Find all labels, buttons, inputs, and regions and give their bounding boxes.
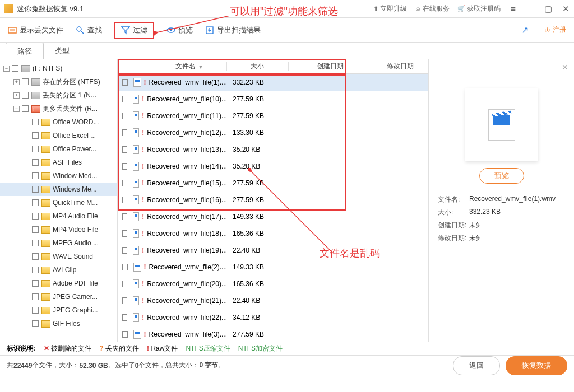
tree-item[interactable]: Office WORD... bbox=[0, 115, 117, 129]
recover-button[interactable]: 恢复数据 bbox=[506, 356, 567, 375]
toolbar: 显示丢失文件 查找 过滤 预览 导出扫描结果 ↗ ♔注册 bbox=[0, 18, 574, 43]
tree-item[interactable]: Office Excel ... bbox=[0, 129, 117, 142]
preview-panel: ✕ 预览 文件名:Recovered_wmv_file(1).wmv 大小:33… bbox=[428, 59, 574, 342]
preview-button[interactable]: 预览 bbox=[166, 25, 193, 35]
file-row[interactable]: !Recovered_wmv_file(16)...277.59 KB bbox=[118, 192, 428, 208]
filter-button[interactable]: 过滤 bbox=[114, 22, 154, 39]
tree-item[interactable]: QuickTime M... bbox=[0, 196, 117, 209]
preview-thumbnail bbox=[465, 88, 538, 161]
share-icon[interactable]: ↗ bbox=[521, 25, 529, 35]
file-list-header: 文件名▾ 大小 创建日期 修改日期 bbox=[118, 59, 428, 74]
svg-point-6 bbox=[170, 29, 172, 31]
tree-item[interactable]: Office Power... bbox=[0, 142, 117, 156]
tree-item[interactable]: MP4 Audio File bbox=[0, 209, 117, 223]
legend-bar: 标识说明: ✕ 被删除的文件 ? 丢失的文件 ! Raw文件 NTFS压缩文件 … bbox=[0, 342, 574, 355]
back-button[interactable]: 返回 bbox=[453, 356, 500, 375]
tab-type[interactable]: 类型 bbox=[44, 43, 81, 59]
minimize-button[interactable]: — bbox=[526, 4, 534, 14]
tabs: 路径 类型 bbox=[0, 43, 574, 59]
tree-item[interactable]: AVI Clip bbox=[0, 263, 117, 277]
tree-item[interactable]: MPEG Audio ... bbox=[0, 236, 117, 250]
tree-item[interactable]: JPEG Camer... bbox=[0, 290, 117, 304]
title-links: ⬆立即升级 ☺在线服务 🛒获取注册码 bbox=[373, 4, 501, 13]
preview-action-button[interactable]: 预览 bbox=[479, 168, 524, 184]
file-row[interactable]: !Recovered_wmv_file(17)...149.33 KB bbox=[118, 208, 428, 225]
file-row[interactable]: !Recovered_wmv_file(13)...35.20 KB bbox=[118, 141, 428, 158]
svg-line-4 bbox=[81, 31, 84, 34]
file-row[interactable]: !Recovered_wmv_file(19)...22.40 KB bbox=[118, 242, 428, 259]
file-row[interactable]: !Recovered_wmv_file(18)...165.36 KB bbox=[118, 225, 428, 242]
file-list: 文件名▾ 大小 创建日期 修改日期 !Recovered_wmv_file(1)… bbox=[118, 59, 428, 342]
col-mdate[interactable]: 修改日期 bbox=[372, 62, 428, 71]
tree-item[interactable]: Windows Me... bbox=[0, 183, 117, 196]
tree-item[interactable]: JPEG Graphi... bbox=[0, 304, 117, 317]
svg-rect-0 bbox=[8, 27, 16, 33]
file-row[interactable]: !Recovered_wmv_file(22)...34.12 KB bbox=[118, 309, 428, 326]
tab-path[interactable]: 路径 bbox=[6, 43, 44, 59]
titlebar: 迷你兔数据恢复 v9.1 ⬆立即升级 ☺在线服务 🛒获取注册码 ≡ — ▢ ✕ bbox=[0, 0, 574, 18]
app-icon bbox=[4, 4, 13, 13]
file-row[interactable]: !Recovered_wmv_file(3)....277.59 KB bbox=[118, 326, 428, 342]
file-row[interactable]: !Recovered_wmv_file(14)...35.20 KB bbox=[118, 158, 428, 175]
tree-item[interactable]: Window Med... bbox=[0, 169, 117, 183]
tree-item[interactable]: −!更多丢失文件 (R... bbox=[0, 102, 117, 115]
file-row[interactable]: !Recovered_wmv_file(21)...22.40 KB bbox=[118, 292, 428, 309]
preview-meta: 文件名:Recovered_wmv_file(1).wmv 大小:332.23 … bbox=[438, 195, 565, 243]
upgrade-link[interactable]: ⬆立即升级 bbox=[373, 4, 407, 13]
tree-item[interactable]: +丢失的分区 1 (N... bbox=[0, 88, 117, 102]
online-link[interactable]: ☺在线服务 bbox=[415, 4, 450, 13]
file-row[interactable]: !Recovered_wmv_file(1)....332.23 KB bbox=[118, 74, 428, 91]
tree-item[interactable]: WAVE Sound bbox=[0, 250, 117, 263]
file-row[interactable]: !Recovered_wmv_file(12)...133.30 KB bbox=[118, 124, 428, 141]
tree-item[interactable]: ASF Files bbox=[0, 156, 117, 169]
close-button[interactable]: ✕ bbox=[562, 4, 570, 14]
maximize-button[interactable]: ▢ bbox=[544, 4, 552, 14]
tree-root[interactable]: −(F: NTFS) bbox=[0, 62, 117, 75]
file-row[interactable]: !Recovered_wmv_file(15)...277.59 KB bbox=[118, 175, 428, 192]
register-button[interactable]: ♔注册 bbox=[544, 25, 566, 35]
app-title: 迷你兔数据恢复 v9.1 bbox=[17, 4, 84, 14]
file-row[interactable]: !Recovered_wmv_file(11)...277.59 KB bbox=[118, 108, 428, 124]
menu-icon[interactable]: ≡ bbox=[511, 4, 516, 14]
tree-item[interactable]: +存在的分区 (NTFS) bbox=[0, 75, 117, 88]
export-button[interactable]: 导出扫描结果 bbox=[205, 25, 261, 35]
col-cdate[interactable]: 创建日期 bbox=[289, 62, 373, 71]
close-icon[interactable]: ✕ bbox=[562, 63, 568, 72]
show-lost-button[interactable]: 显示丢失文件 bbox=[8, 25, 63, 35]
file-row[interactable]: !Recovered_wmv_file(20)...165.36 KB bbox=[118, 276, 428, 292]
file-row[interactable]: !Recovered_wmv_file(10)...277.59 KB bbox=[118, 91, 428, 108]
file-row[interactable]: !Recovered_wmv_file(2)....149.33 KB bbox=[118, 259, 428, 276]
tree-item[interactable]: Adobe PDF file bbox=[0, 277, 117, 290]
main-area: −(F: NTFS) +存在的分区 (NTFS)+丢失的分区 1 (N...−!… bbox=[0, 59, 574, 342]
tree-item[interactable]: MP4 Video File bbox=[0, 223, 117, 236]
svg-point-3 bbox=[77, 27, 81, 31]
find-button[interactable]: 查找 bbox=[76, 25, 102, 35]
tree-panel: −(F: NTFS) +存在的分区 (NTFS)+丢失的分区 1 (N...−!… bbox=[0, 59, 118, 342]
status-bar: 共22449个文件，大小：52.30 GB。选中了0个文件，总共大小：0 字节。… bbox=[0, 355, 574, 375]
tree-item[interactable]: GIF Files bbox=[0, 317, 117, 330]
col-name[interactable]: 文件名▾ bbox=[118, 62, 227, 71]
getcode-link[interactable]: 🛒获取注册码 bbox=[457, 4, 501, 13]
col-size[interactable]: 大小 bbox=[227, 62, 289, 71]
